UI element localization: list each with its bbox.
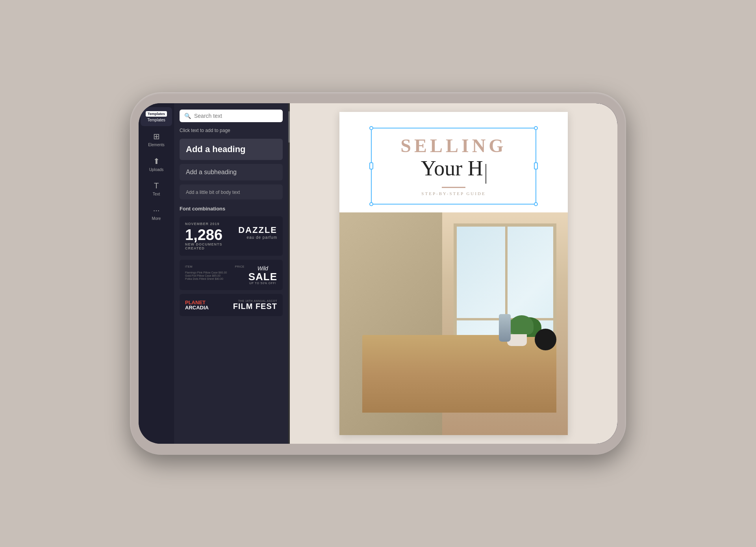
sale-row-3: Polka Dots Fitted Sheet $80.00 — [185, 277, 245, 280]
sidebar-item-text-label: Text — [153, 192, 160, 196]
sale-text: SALE — [248, 272, 277, 282]
sale-item-header: ITEM — [185, 265, 193, 268]
canvas-image-section — [339, 212, 568, 435]
search-icon: 🔍 — [184, 113, 191, 119]
dazzle-sub: eau de parfum — [238, 235, 277, 240]
step-guide-text: STEP-BY-STEP GUIDE — [384, 191, 524, 196]
kitchen-table — [362, 335, 556, 413]
font-card-november[interactable]: NOVEMBER 2019 1,286 NEW DOCUMENTS CREATE… — [180, 216, 283, 256]
sale-row-2: Gold Foil Pillow Case $65.00 — [185, 274, 245, 277]
canvas-area: SELLING Your H STEP-BY-STEP GUIDE — [290, 103, 617, 444]
handle-top-left[interactable] — [369, 126, 373, 130]
plant-item — [510, 315, 534, 335]
canvas-page: SELLING Your H STEP-BY-STEP GUIDE — [339, 112, 568, 435]
handle-bottom-left[interactable] — [369, 202, 373, 206]
sidebar-item-templates-label: Templates — [147, 118, 165, 122]
sidebar-item-more-label: More — [152, 216, 161, 221]
canvas-top-section: SELLING Your H STEP-BY-STEP GUIDE — [339, 112, 568, 212]
sidebar-item-templates[interactable]: Templates Templates — [141, 107, 172, 126]
font-card-sale[interactable]: ITEM PRICE Flamingo Pink Pillow Case $60… — [180, 260, 283, 290]
selling-text: SELLING — [384, 136, 524, 155]
your-h-text: Your H — [421, 156, 483, 180]
sidebar-item-more[interactable]: ··· More — [141, 202, 172, 225]
subheading-label: Add a subheading — [186, 169, 237, 175]
nov-number: 1,286 — [185, 227, 238, 242]
sidebar-item-uploads-label: Uploads — [149, 167, 164, 172]
add-heading-button[interactable]: Add a heading — [180, 139, 283, 160]
uploads-icon: ⬆ — [153, 156, 160, 166]
film-fest-title: FILM FEST — [233, 302, 277, 311]
add-body-text-button[interactable]: Add a little bit of body text — [180, 184, 283, 199]
heading-label: Add a heading — [186, 144, 246, 154]
elements-icon: ⊞ — [153, 132, 160, 141]
search-bar[interactable]: 🔍 — [180, 110, 283, 122]
handle-middle-left[interactable] — [369, 162, 373, 169]
text-icon: T — [154, 181, 159, 190]
sidebar-item-uploads[interactable]: ⬆ Uploads — [141, 153, 172, 176]
search-input[interactable] — [194, 113, 278, 119]
teapot-item — [535, 329, 556, 350]
scrollbar-thumb — [288, 111, 290, 143]
tablet-screen: Templates Templates ⊞ Elements ⬆ Uploads… — [139, 103, 617, 444]
nov-date-label: NOVEMBER 2019 — [185, 222, 238, 226]
kitchen-scene — [339, 212, 568, 435]
more-icon: ··· — [153, 206, 160, 215]
icon-sidebar: Templates Templates ⊞ Elements ⬆ Uploads… — [139, 103, 174, 444]
handle-top-right[interactable] — [534, 126, 538, 130]
dazzle-title: DAZZLE — [238, 225, 277, 235]
sale-row-1: Flamingo Pink Pillow Case $60.00 — [185, 271, 245, 274]
nov-sub-label: NEW DOCUMENTS CREATED — [185, 242, 238, 250]
body-label: Add a little bit of body text — [186, 190, 240, 195]
sale-price-header: PRICE — [235, 265, 245, 268]
divider-line — [442, 187, 465, 188]
text-panel: 🔍 Click text to add to page Add a headin… — [174, 103, 288, 444]
click-hint-text: Click text to add to page — [180, 128, 283, 133]
sale-subtitle: UP TO 50% OFF! — [248, 282, 277, 285]
font-card-logos[interactable]: PLANET ARCADIA THE 16TH ANNUAL ASCOT FIL… — [180, 294, 283, 316]
sidebar-item-elements[interactable]: ⊞ Elements — [141, 128, 172, 151]
sidebar-item-elements-label: Elements — [148, 143, 165, 147]
add-subheading-button[interactable]: Add a subheading — [180, 164, 283, 180]
selection-box[interactable]: SELLING Your H STEP-BY-STEP GUIDE — [371, 128, 536, 205]
handle-middle-right[interactable] — [534, 162, 538, 169]
sidebar-item-text[interactable]: T Text — [141, 177, 172, 200]
font-combinations-label: Font combinations — [180, 206, 283, 212]
panel-scrollbar[interactable] — [288, 103, 290, 444]
templates-badge: Templates — [146, 111, 167, 117]
jug-item — [499, 314, 511, 342]
handle-bottom-right[interactable] — [534, 202, 538, 206]
tablet-device: Templates Templates ⊞ Elements ⬆ Uploads… — [130, 92, 626, 455]
text-cursor — [485, 164, 486, 184]
planet-line2: ARCADIA — [185, 305, 209, 310]
